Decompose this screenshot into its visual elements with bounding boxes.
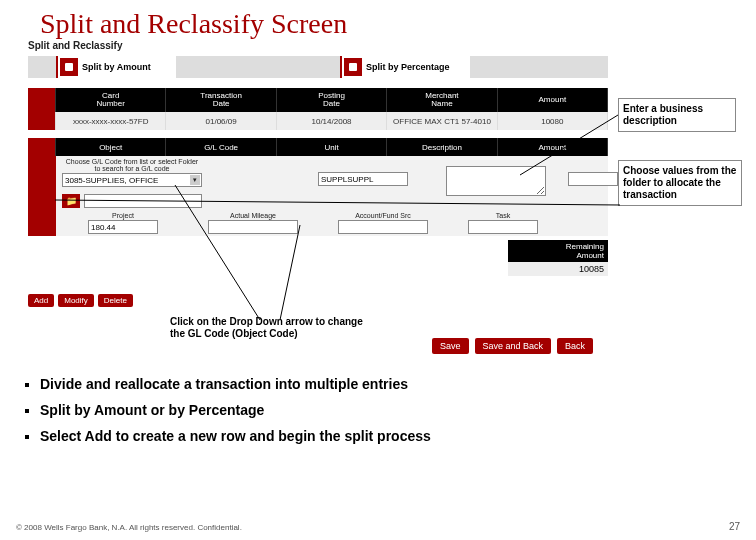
tab-label: Split by Amount: [82, 62, 151, 72]
delete-button[interactable]: Delete: [98, 294, 133, 307]
slide-title: Split and Reclassify Screen: [40, 8, 347, 40]
add-button[interactable]: Add: [28, 294, 54, 307]
col-merchant: Merchant Name: [387, 88, 497, 112]
col-unit: Unit: [277, 138, 387, 156]
fundsource-label: Account/Fund Src: [338, 212, 428, 219]
mileage-label: Actual Mileage: [208, 212, 298, 219]
col-amount: Amount: [498, 88, 608, 112]
tab-label: Split by Percentage: [366, 62, 450, 72]
row-marker: [28, 88, 56, 112]
page-number: 27: [729, 521, 740, 532]
save-button[interactable]: Save: [432, 338, 469, 354]
remaining-amount-box: Remaining Amount 10085: [508, 240, 608, 276]
bullet-item: Split by Amount or by Percentage: [40, 402, 431, 418]
cell-merchant: OFFICE MAX CT1 57-4010: [387, 112, 497, 130]
svg-line-3: [280, 225, 300, 320]
save-button-row: Save Save and Back Back: [432, 338, 593, 354]
split-amount-field: [568, 172, 618, 186]
gl-code-field: Choose G/L Code from list or select Fold…: [62, 158, 202, 187]
folder-icon: 📁: [66, 196, 77, 206]
folder-search-field: [84, 194, 202, 208]
cell-trans: 01/06/09: [166, 112, 276, 130]
footer-copyright: © 2008 Wells Fargo Bank, N.A. All rights…: [16, 523, 242, 532]
row-marker: [28, 138, 56, 156]
split-amount-input[interactable]: [568, 172, 618, 186]
project-input[interactable]: [88, 220, 158, 234]
tab-bar: Split by Amount Split by Percentage: [28, 56, 608, 78]
callout-connector-lines: [0, 0, 756, 540]
save-and-back-button[interactable]: Save and Back: [475, 338, 552, 354]
callout-description: Enter a business description: [618, 98, 736, 132]
cell-card: xxxx-xxxx-xxxx-57FD: [56, 112, 166, 130]
fundsource-input[interactable]: [338, 220, 428, 234]
description-textarea[interactable]: [446, 166, 546, 196]
mileage-group: Actual Mileage: [208, 212, 298, 234]
transaction-data-row: xxxx-xxxx-xxxx-57FD 01/06/09 10/14/2008 …: [28, 112, 608, 130]
project-group: Project: [88, 212, 158, 234]
transaction-header-row: Card Number Transaction Date Posting Dat…: [28, 88, 608, 112]
col-trans: Transaction Date: [166, 88, 276, 112]
folder-search-input[interactable]: [84, 194, 202, 208]
col-card: Card Number: [56, 88, 166, 112]
cell-amount: 10080: [498, 112, 608, 130]
section-subtitle: Split and Reclassify: [28, 40, 122, 51]
row-marker-strip: [28, 156, 56, 236]
callout-dropdown: Click on the Drop Down arrow to change t…: [170, 316, 370, 340]
task-input[interactable]: [468, 220, 538, 234]
col-posting: Posting Date: [277, 88, 387, 112]
mileage-input[interactable]: [208, 220, 298, 234]
fundsource-group: Account/Fund Src: [338, 212, 428, 234]
radio-icon: [60, 58, 78, 76]
cell-posting: 10/14/2008: [277, 112, 387, 130]
remaining-label: Remaining Amount: [508, 240, 608, 262]
row-marker: [28, 112, 56, 130]
callout-folder: Choose values from the folder to allocat…: [618, 160, 742, 206]
col-object: Object: [56, 138, 166, 156]
radio-icon: [344, 58, 362, 76]
description-field: [446, 166, 546, 198]
bullet-list: Divide and reallocate a transaction into…: [24, 376, 431, 454]
project-label: Project: [88, 212, 158, 219]
col-glcode: G/L Code: [166, 138, 276, 156]
task-group: Task: [468, 212, 538, 234]
unit-input[interactable]: [318, 172, 408, 186]
gl-code-label: Choose G/L Code from list or select Fold…: [62, 158, 202, 172]
gl-code-select[interactable]: [62, 173, 202, 187]
unit-field: [318, 172, 408, 186]
tab-split-percentage[interactable]: Split by Percentage: [340, 56, 470, 78]
tab-split-amount[interactable]: Split by Amount: [56, 56, 176, 78]
row-action-buttons: Add Modify Delete: [28, 294, 133, 307]
modify-button[interactable]: Modify: [58, 294, 94, 307]
bullet-item: Divide and reallocate a transaction into…: [40, 376, 431, 392]
split-form-area: Choose G/L Code from list or select Fold…: [28, 156, 608, 236]
col-desc: Description: [387, 138, 497, 156]
split-header-row: Object G/L Code Unit Description Amount: [28, 138, 608, 156]
remaining-value: 10085: [508, 262, 608, 276]
col-amount2: Amount: [498, 138, 608, 156]
task-label: Task: [468, 212, 538, 219]
bullet-item: Select Add to create a new row and begin…: [40, 428, 431, 444]
back-button[interactable]: Back: [557, 338, 593, 354]
